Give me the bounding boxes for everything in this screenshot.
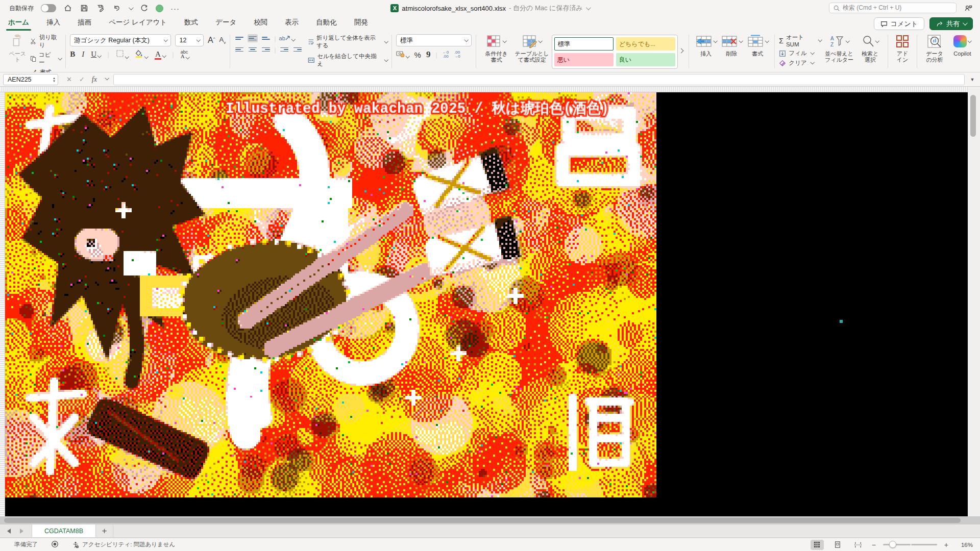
sort-filter-button[interactable]: AZ 並べ替えとフィルター <box>821 33 857 64</box>
decrease-decimal-button[interactable]: .00→0 <box>454 51 460 59</box>
tab-home[interactable]: ホーム <box>7 16 30 31</box>
vertical-scrollbar[interactable] <box>968 87 980 516</box>
tab-automate[interactable]: 自動化 <box>315 16 338 31</box>
font-size-select[interactable]: 12 <box>175 34 204 46</box>
sheet-nav-left-icon[interactable] <box>7 529 11 534</box>
page-layout-view-button[interactable] <box>831 540 844 550</box>
align-middle-button[interactable] <box>248 34 258 42</box>
insert-function-icon[interactable]: fx <box>92 76 97 84</box>
worksheet-area[interactable] <box>0 87 980 516</box>
format-cells-button[interactable]: 書式 <box>745 33 771 58</box>
align-left-button[interactable] <box>234 45 244 54</box>
find-select-button[interactable]: 検索と選択 <box>857 33 884 64</box>
insert-cells-button[interactable]: 挿入 <box>693 33 719 58</box>
horizontal-scrollbar-thumb[interactable] <box>4 518 961 523</box>
zoom-out-icon[interactable]: − <box>872 541 876 549</box>
column-headers-strip[interactable] <box>0 87 968 92</box>
tab-view[interactable]: 表示 <box>284 16 300 31</box>
formula-input[interactable] <box>113 74 965 85</box>
normal-view-button[interactable] <box>811 540 824 550</box>
align-right-button[interactable] <box>261 45 271 54</box>
search-input[interactable]: 検索 (Cmd + Ctrl + U) <box>829 3 957 13</box>
delete-cells-button[interactable]: 削除 <box>719 33 745 58</box>
increase-decimal-button[interactable]: ←0.00 <box>443 51 449 59</box>
tab-review[interactable]: 校閲 <box>253 16 268 31</box>
name-box[interactable]: AEN225 ▲▼ <box>3 74 58 85</box>
tab-formulas[interactable]: 数式 <box>183 16 199 31</box>
horizontal-scrollbar[interactable] <box>0 516 980 524</box>
save-icon[interactable] <box>80 4 89 13</box>
shrink-font-button[interactable]: Av <box>219 36 226 45</box>
copilot-button[interactable]: Copilot <box>948 33 977 58</box>
number-format-select[interactable]: 標準 <box>396 34 472 46</box>
autosum-button[interactable]: Σ オート SUM <box>779 34 821 47</box>
tab-insert[interactable]: 挿入 <box>45 16 61 31</box>
clear-button[interactable]: クリア <box>779 59 821 67</box>
row-headers-strip[interactable] <box>0 92 5 516</box>
sheet-tab-active[interactable]: CGDATAM8B <box>32 524 96 537</box>
accessibility-status[interactable]: アクセシビリティ: 問題ありません <box>72 541 175 548</box>
undo-chevron-icon[interactable] <box>129 5 134 10</box>
format-as-table-button[interactable]: テーブルとして書式設定 <box>512 33 552 64</box>
sheet-nav-right-icon[interactable] <box>20 529 23 534</box>
italic-button[interactable]: I <box>82 50 84 59</box>
zoom-level[interactable]: 16% <box>955 542 973 548</box>
bold-button[interactable]: B <box>70 50 75 59</box>
tab-page-layout[interactable]: ページ レイアウト <box>108 16 168 31</box>
comments-button[interactable]: コメント <box>874 17 924 30</box>
cell-style-normal[interactable]: 標準 <box>554 37 614 51</box>
analyze-data-button[interactable]: データの分析 <box>921 33 948 64</box>
fill-button[interactable]: フィル <box>779 49 821 57</box>
formula-bar-expand-icon[interactable]: ▼ <box>967 74 978 85</box>
styles-gallery-more-icon[interactable] <box>678 49 684 53</box>
macro-record-icon[interactable] <box>51 540 59 549</box>
grow-font-button[interactable]: A^ <box>208 36 215 45</box>
cell-style-neutral[interactable]: どちらでも... <box>616 37 675 51</box>
page-break-view-button[interactable] <box>851 540 865 550</box>
comma-style-button[interactable]: 9 <box>426 49 431 60</box>
increase-indent-button[interactable] <box>292 45 303 54</box>
addins-button[interactable]: アドイン <box>892 33 913 64</box>
wrap-text-button[interactable]: 折り返して全体を表示する <box>308 34 388 49</box>
phonetic-guide-button[interactable]: abcA <box>181 50 189 59</box>
save-as-icon[interactable] <box>96 4 105 13</box>
tab-draw[interactable]: 描画 <box>77 16 92 31</box>
borders-button[interactable] <box>116 49 129 59</box>
name-box-stepper[interactable]: ▲▼ <box>53 77 56 83</box>
percent-style-button[interactable]: % <box>414 51 421 59</box>
zoom-in-icon[interactable]: + <box>944 541 948 549</box>
doc-status-chevron-icon[interactable] <box>586 5 591 10</box>
document-save-status[interactable]: - 自分の Mac に保存済み <box>509 4 583 13</box>
cancel-entry-icon[interactable]: ✕ <box>66 76 72 83</box>
cut-button[interactable]: 切り取り <box>30 34 61 49</box>
cell-style-good[interactable]: 良い <box>616 53 675 66</box>
add-sheet-button[interactable]: + <box>96 524 113 537</box>
confirm-entry-icon[interactable]: ✓ <box>79 76 85 83</box>
font-family-select[interactable]: 游ゴシック Regular (本文) <box>70 34 171 46</box>
orientation-button[interactable]: ab <box>279 35 295 41</box>
redo-icon[interactable] <box>139 4 149 13</box>
cell-art-illustration[interactable] <box>5 92 656 497</box>
vertical-scrollbar-thumb[interactable] <box>970 95 976 137</box>
feedback-icon[interactable] <box>964 4 973 13</box>
autosave-toggle[interactable] <box>41 4 56 12</box>
underline-button[interactable]: U <box>91 50 96 58</box>
more-commands-icon[interactable]: ··· <box>170 4 180 13</box>
tab-developer[interactable]: 開発 <box>353 16 369 31</box>
align-bottom-button[interactable] <box>261 34 271 42</box>
font-color-button[interactable]: A <box>155 50 165 59</box>
align-top-button[interactable] <box>234 34 244 42</box>
copy-button[interactable]: コピー <box>30 51 61 66</box>
conditional-formatting-button[interactable]: 条件付き書式 <box>480 33 512 64</box>
merge-center-button[interactable]: セルを結合して中央揃え <box>308 53 388 68</box>
decrease-indent-button[interactable] <box>279 45 289 54</box>
accounting-format-button[interactable] <box>396 51 409 59</box>
undo-icon[interactable] <box>112 4 121 13</box>
cell-style-bad[interactable]: 悪い <box>554 53 614 66</box>
fill-color-button[interactable] <box>135 49 148 59</box>
align-center-button[interactable] <box>248 45 258 54</box>
share-button[interactable]: 共有 <box>929 17 973 30</box>
home-icon[interactable] <box>63 4 72 13</box>
tab-data[interactable]: データ <box>214 16 237 31</box>
paste-button[interactable]: ペースト <box>5 33 30 64</box>
